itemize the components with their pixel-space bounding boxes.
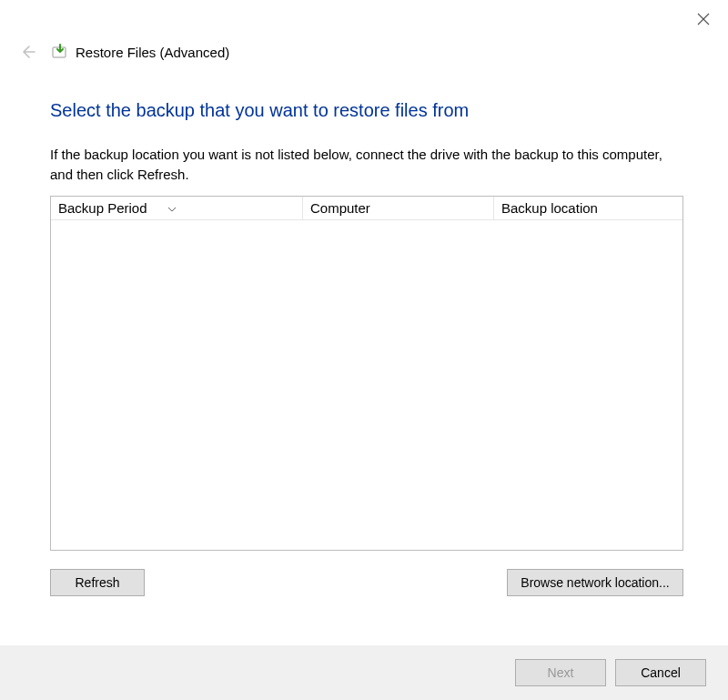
backup-listview[interactable]: Backup Period Computer Backup location	[50, 196, 683, 551]
column-header-backup-location[interactable]: Backup location	[493, 197, 682, 219]
footer-bar: Next Cancel	[0, 645, 728, 700]
column-header-computer[interactable]: Computer	[302, 197, 493, 219]
listview-header: Backup Period Computer Backup location	[51, 197, 682, 220]
page-heading: Select the backup that you want to resto…	[50, 100, 683, 121]
column-header-backup-period[interactable]: Backup Period	[51, 197, 302, 219]
next-button: Next	[515, 659, 606, 686]
refresh-button[interactable]: Refresh	[50, 569, 145, 596]
column-label: Backup Period	[58, 200, 147, 216]
action-row: Refresh Browse network location...	[50, 569, 683, 596]
close-icon[interactable]	[697, 13, 710, 25]
content-area: Select the backup that you want to resto…	[50, 100, 683, 596]
wizard-title: Restore Files (Advanced)	[76, 45, 229, 60]
back-arrow-icon	[16, 41, 38, 63]
chevron-down-icon	[167, 199, 177, 205]
instructions-text: If the backup location you want is not l…	[50, 145, 683, 185]
browse-network-location-button[interactable]: Browse network location...	[507, 569, 683, 596]
cancel-button[interactable]: Cancel	[615, 659, 706, 686]
column-label: Computer	[310, 200, 370, 216]
restore-files-icon	[51, 43, 69, 61]
column-label: Backup location	[501, 200, 598, 216]
header-row: Restore Files (Advanced)	[16, 41, 229, 63]
